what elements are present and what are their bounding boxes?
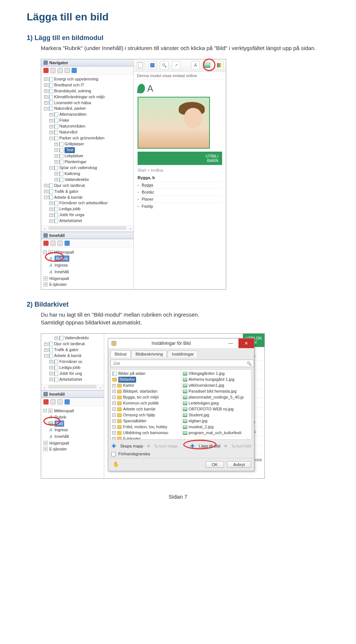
- close-button[interactable]: ✕: [238, 338, 254, 348]
- folder-item[interactable]: Bilder på sidan: [112, 371, 179, 377]
- chart-button[interactable]: [215, 61, 224, 70]
- folder-item[interactable]: +Specialbilder: [112, 418, 179, 424]
- image-file-item[interactable]: Student.jpg: [183, 412, 250, 418]
- globe-icon[interactable]: [72, 68, 77, 73]
- plus-icon[interactable]: ✚: [111, 443, 116, 449]
- folder-item[interactable]: +Utbildning och barnomso: [112, 430, 179, 436]
- tree-item[interactable]: +Arbetslöshet: [49, 377, 102, 383]
- refresh-icon[interactable]: [65, 241, 70, 246]
- tree-item[interactable]: +Naturområden: [49, 123, 132, 129]
- delete-icon[interactable]: [43, 399, 49, 404]
- image-file-item[interactable]: Vikingagården 1.jpg: [183, 371, 250, 377]
- search-icon[interactable]: 🔍: [247, 361, 252, 366]
- dialog-tab[interactable]: Bildbeskrivning: [131, 350, 167, 357]
- folder-browser[interactable]: Bilder på sidanBildarkiv+Kartor+Bildspel…: [111, 369, 252, 440]
- image-file-item[interactable]: ORTOFOTO WEB ny.jpg: [183, 406, 250, 412]
- tree-item[interactable]: +Jobb för unga: [49, 212, 132, 218]
- dialog-tab[interactable]: Bildval: [111, 350, 131, 357]
- preview-checkbox[interactable]: [111, 452, 116, 456]
- dialog-tabs[interactable]: BildvalBildbeskrivningInställningar: [108, 348, 254, 357]
- image-file-item[interactable]: Alvhems kungsgård 1.jpg: [183, 377, 250, 383]
- ok-button[interactable]: OK: [205, 461, 224, 468]
- dialog-titlebar[interactable]: Inställningar för Bild — ✕: [108, 338, 254, 348]
- tree-item[interactable]: +Fiske: [49, 118, 132, 123]
- hand-icon[interactable]: ✋: [113, 461, 119, 468]
- zoom-button[interactable]: [160, 61, 169, 70]
- minimize-button[interactable]: —: [223, 338, 238, 348]
- search-input[interactable]: [111, 360, 254, 367]
- tree-item[interactable]: +Grillplatser: [54, 141, 132, 147]
- folder-item[interactable]: Bildarkiv: [112, 377, 179, 383]
- tree-item[interactable]: +Kalkning: [54, 171, 132, 177]
- doc-icon[interactable]: [50, 68, 56, 73]
- navigator-tree[interactable]: +Energi och uppvärmning+Bredband och IT+…: [41, 75, 134, 225]
- innehall-tree[interactable]: −Mittenspalt ARubrik AIngress AInnehåll …: [41, 248, 134, 289]
- text-button[interactable]: [191, 61, 200, 70]
- image-file-item[interactable]: vitklöverskolan1.jpg: [183, 383, 250, 389]
- doc-icon[interactable]: [57, 241, 63, 246]
- create-folder-button[interactable]: Skapa mapp: [120, 444, 143, 448]
- tree-item[interactable]: +Lekplatser: [54, 153, 132, 159]
- folder-item[interactable]: +Bygga, bo och miljö: [112, 394, 179, 400]
- save-button[interactable]: [148, 61, 157, 70]
- cancel-button[interactable]: Avbryt: [227, 461, 251, 468]
- image-file-item[interactable]: elgitarr.jpg: [183, 418, 250, 424]
- category-link[interactable]: Bostäc: [138, 188, 222, 195]
- delete-icon[interactable]: [43, 241, 49, 246]
- tree-item[interactable]: −Arbete & karriär: [43, 195, 132, 201]
- tree-item[interactable]: +Trafik & gator: [43, 347, 102, 353]
- tree-item[interactable]: −Sjöar och vattendrag: [49, 165, 132, 171]
- tree-item[interactable]: +Planteringar: [54, 159, 132, 165]
- dialog-tab[interactable]: Inställningar: [168, 350, 198, 357]
- tree-item[interactable]: +Lediga jobb: [49, 206, 132, 212]
- tree-item[interactable]: +Förmåner oc: [49, 359, 102, 365]
- image-file-item[interactable]: Ledetvägen.jpeg: [183, 400, 250, 406]
- tree-item[interactable]: +Bredband och IT: [43, 82, 132, 88]
- delete-icon[interactable]: [43, 68, 49, 73]
- category-link[interactable]: Bygga: [138, 181, 222, 188]
- image-file-item[interactable]: Paradiset bild hemsida.jpg: [183, 389, 250, 394]
- export-button[interactable]: [172, 61, 181, 70]
- tree-item[interactable]: +Jobb för ung: [49, 371, 102, 377]
- doc-icon[interactable]: [50, 399, 56, 404]
- tree-item[interactable]: +Förmåner och arbetsvillkor: [49, 200, 132, 206]
- tree-item[interactable]: +Allemansrätten: [49, 112, 132, 118]
- scrollbar[interactable]: ‹›: [41, 225, 134, 232]
- tree-item[interactable]: +Trafik & gator: [43, 189, 132, 195]
- innehall-tree-2[interactable]: −Mittenspalt ARubrik Bild AIngress AInne…: [41, 406, 104, 454]
- new-doc-button[interactable]: [136, 61, 145, 70]
- folder-item[interactable]: +Omsorg och hjälp: [112, 412, 179, 418]
- image-file-item[interactable]: planomradet_nodinge_5_40.jp: [183, 394, 250, 400]
- navigator-tree-2[interactable]: +Vattendirektiv+Djur och lantbruk+Trafik…: [41, 334, 104, 384]
- tree-item[interactable]: +Test: [54, 147, 132, 153]
- tree-item[interactable]: +Vattendirektiv: [54, 177, 132, 183]
- tree-item[interactable]: +Arbetslöshet: [49, 218, 132, 224]
- tree-item[interactable]: +Naturvård: [49, 129, 132, 135]
- folder-item[interactable]: +E-tjänster: [112, 436, 179, 440]
- tree-item[interactable]: −Naturvård, parker: [43, 106, 132, 112]
- tree-item[interactable]: +Klimatförändringar och miljö: [43, 94, 132, 100]
- folder-item[interactable]: +Kartor: [112, 383, 179, 389]
- category-link[interactable]: Planer: [138, 195, 222, 202]
- folder-item[interactable]: +Kommun och politik: [112, 400, 179, 406]
- doc-icon[interactable]: [65, 68, 70, 73]
- folder-item[interactable]: +Fritid, motion, lov, hobby: [112, 424, 179, 430]
- tree-item[interactable]: +Brandskydd, sotning: [43, 88, 132, 94]
- tree-item[interactable]: −Arbete & karriä: [43, 353, 102, 359]
- refresh-icon[interactable]: [65, 399, 70, 404]
- tree-item[interactable]: +Djur och lantbruk: [43, 341, 102, 347]
- scrollbar[interactable]: ‹›: [41, 384, 104, 390]
- tree-item[interactable]: +Lediga jobb: [49, 365, 102, 371]
- doc-icon[interactable]: [57, 68, 63, 73]
- folder-item[interactable]: +Arbete och karriär: [112, 406, 179, 412]
- doc-icon[interactable]: [57, 399, 63, 404]
- image-file-item[interactable]: musikal_2.jpg: [183, 424, 250, 430]
- tree-item[interactable]: +Djur och lantbruk: [43, 183, 132, 189]
- tree-item[interactable]: +Vattendirektiv: [54, 335, 102, 341]
- category-link[interactable]: Fastig: [138, 202, 222, 209]
- image-file-item[interactable]: program_mat_och_kulturfesti: [183, 430, 250, 436]
- tree-item[interactable]: +Energi och uppvärmning: [43, 76, 132, 82]
- tree-item[interactable]: +Livsmedel och hälsa: [43, 100, 132, 106]
- tree-item[interactable]: −Parker och grönområden: [49, 135, 132, 141]
- folder-item[interactable]: +Bildspel, startsidan: [112, 389, 179, 394]
